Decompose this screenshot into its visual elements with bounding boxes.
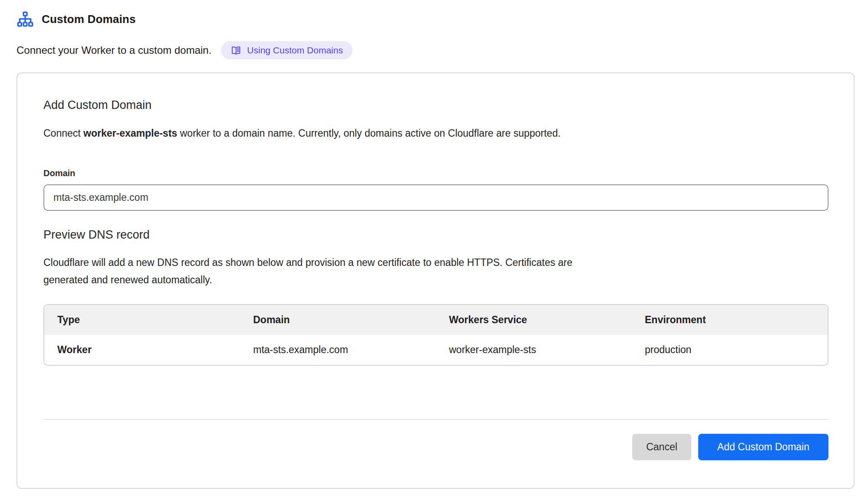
page-subtitle-row: Connect your Worker to a custom domain. … bbox=[17, 41, 855, 59]
sitemap-icon bbox=[17, 11, 34, 27]
description-prefix: Connect bbox=[43, 128, 83, 139]
preview-dns-description: Cloudflare will add a new DNS record as … bbox=[43, 254, 828, 288]
description-suffix: worker to a domain name. Currently, only… bbox=[177, 128, 561, 139]
card-heading: Add Custom Domain bbox=[43, 98, 828, 112]
card-actions: Cancel Add Custom Domain bbox=[43, 434, 828, 460]
table-header-row: Type Domain Workers Service Environment bbox=[44, 305, 828, 335]
column-header-type: Type bbox=[44, 305, 240, 335]
docs-link-label: Using Custom Domains bbox=[247, 45, 343, 56]
preview-description-line2: generated and renewed automatically. bbox=[43, 271, 828, 288]
preview-dns-heading: Preview DNS record bbox=[43, 228, 828, 242]
cell-type: Worker bbox=[44, 335, 240, 365]
docs-link-badge[interactable]: Using Custom Domains bbox=[221, 41, 353, 59]
footer-divider bbox=[43, 419, 828, 420]
page-header: Custom Domains bbox=[17, 11, 855, 27]
cell-domain: mta-sts.example.com bbox=[240, 335, 436, 365]
dns-preview-table: Type Domain Workers Service Environment … bbox=[43, 304, 828, 366]
add-custom-domain-button[interactable]: Add Custom Domain bbox=[698, 434, 828, 460]
preview-description-line1: Cloudflare will add a new DNS record as … bbox=[43, 254, 828, 271]
page-subtitle: Connect your Worker to a custom domain. bbox=[17, 44, 211, 56]
column-header-workers-service: Workers Service bbox=[436, 305, 632, 335]
column-header-environment: Environment bbox=[632, 305, 828, 335]
book-open-icon bbox=[231, 45, 241, 56]
cell-environment: production bbox=[632, 335, 828, 365]
domain-field-label: Domain bbox=[43, 168, 828, 178]
domain-input[interactable] bbox=[43, 184, 828, 211]
column-header-domain: Domain bbox=[240, 305, 436, 335]
card-description: Connect worker-example-sts worker to a d… bbox=[43, 126, 828, 141]
page-title: Custom Domains bbox=[42, 13, 136, 26]
table-row: Worker mta-sts.example.com worker-exampl… bbox=[44, 335, 828, 365]
cancel-button[interactable]: Cancel bbox=[632, 434, 691, 460]
custom-domains-page: Custom Domains Connect your Worker to a … bbox=[0, 0, 868, 489]
cell-workers-service: worker-example-sts bbox=[436, 335, 632, 365]
worker-name: worker-example-sts bbox=[83, 128, 177, 139]
add-custom-domain-card: Add Custom Domain Connect worker-example… bbox=[17, 72, 855, 489]
